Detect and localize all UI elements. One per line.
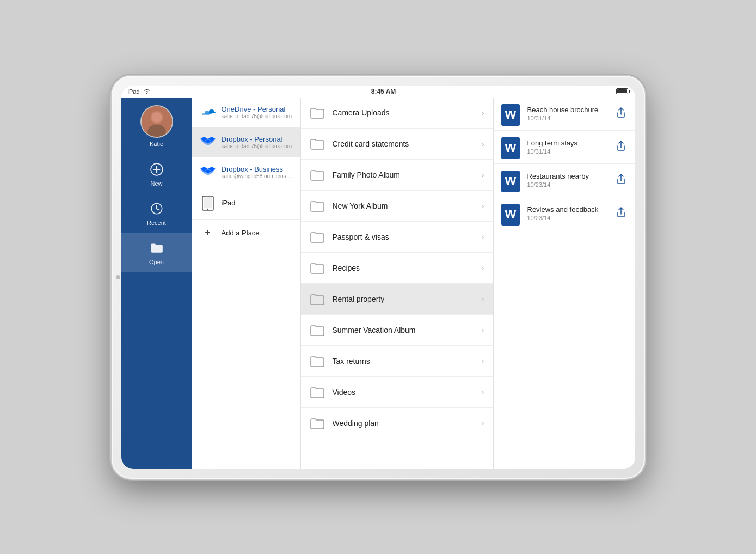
chevron-icon-new-york: › <box>482 202 484 210</box>
chevron-icon-wedding: › <box>482 419 484 428</box>
chevron-icon-family-photo: › <box>482 171 484 179</box>
status-right <box>616 88 628 94</box>
chevron-icon-rental: › <box>482 295 484 303</box>
dropbox-business-email: katiej@wingtip58.onmicrosoft.com <box>222 173 293 179</box>
dropbox-personal-name: Dropbox - Personal <box>222 135 293 143</box>
folder-name-rental: Rental property <box>333 295 482 303</box>
folder-item-summer-vacation[interactable]: Summer Vacation Album › <box>301 315 493 346</box>
chevron-icon-camera-uploads: › <box>482 108 484 117</box>
storage-item-onedrive-personal[interactable]: OneDrive - Personal katie.jordan.75@outl… <box>192 98 300 127</box>
file-date-reviews: 10/23/14 <box>527 215 614 221</box>
folder-item-tax-returns[interactable]: Tax returns › <box>301 346 493 377</box>
file-info-restaurants: Restaurants nearby 10/23/14 <box>527 172 614 188</box>
folder-icon-rental <box>310 291 325 307</box>
sidebar-item-recent[interactable]: Recent <box>121 193 192 233</box>
recent-icon <box>148 200 165 217</box>
device-name-label: iPad <box>128 88 140 95</box>
svg-point-22 <box>207 208 208 209</box>
word-icon-beach: W <box>501 104 521 124</box>
file-name-restaurants: Restaurants nearby <box>527 172 614 180</box>
folder-icon-videos <box>310 385 325 400</box>
word-icon-restaurants: W <box>501 171 521 190</box>
recent-label: Recent <box>147 220 166 226</box>
file-info-beach: Beach house brochure 10/31/14 <box>527 106 614 121</box>
file-item-longterm[interactable]: W Long term stays 10/31/14 <box>494 131 635 164</box>
svg-point-3 <box>151 112 162 123</box>
status-time: 8:45 AM <box>371 88 396 95</box>
onedrive-icon <box>200 104 216 120</box>
ipad-device-icon <box>200 195 216 211</box>
file-name-beach: Beach house brochure <box>527 106 614 114</box>
folder-name-new-york: New York Album <box>333 202 482 210</box>
file-date-longterm: 10/31/14 <box>527 148 614 155</box>
share-button-reviews[interactable] <box>614 205 628 222</box>
word-icon-reviews: W <box>501 204 521 223</box>
folder-icon-passport <box>310 229 325 245</box>
file-name-reviews: Reviews and feedback <box>527 205 614 214</box>
ipad-storage-name: iPad <box>222 199 236 207</box>
file-date-restaurants: 10/23/14 <box>527 181 614 188</box>
folder-name-videos: Videos <box>333 388 482 397</box>
file-name-longterm: Long term stays <box>527 139 614 147</box>
file-info-reviews: Reviews and feedback 10/23/14 <box>527 205 614 221</box>
folder-icon-camera-uploads <box>310 105 325 120</box>
share-button-beach[interactable] <box>614 105 628 123</box>
add-place-item[interactable]: + Add a Place <box>192 220 300 246</box>
sidebar-item-open[interactable]: Open <box>121 233 192 272</box>
folder-name-family-photo: Family Photo Album <box>333 171 482 179</box>
battery-icon <box>616 88 628 94</box>
files-list: W Beach house brochure 10/31/14 <box>494 98 635 469</box>
folder-name-recipes: Recipes <box>333 264 482 272</box>
dropbox-personal-info: Dropbox - Personal katie.jordan.75@outlo… <box>222 135 293 149</box>
folder-item-new-york[interactable]: New York Album › <box>301 191 493 222</box>
sidebar: Katie New <box>121 98 192 469</box>
add-place-label: Add a Place <box>222 229 260 237</box>
svg-text:W: W <box>505 208 516 221</box>
storage-item-dropbox-personal[interactable]: Dropbox - Personal katie.jordan.75@outlo… <box>192 127 300 157</box>
sidebar-item-new[interactable]: New <box>121 154 192 193</box>
folder-icon-summer-vacation <box>310 322 325 338</box>
svg-text:W: W <box>505 141 516 155</box>
storage-item-dropbox-business[interactable]: Dropbox - Business katiej@wingtip58.onmi… <box>192 157 300 187</box>
folder-item-recipes[interactable]: Recipes › <box>301 253 493 284</box>
folder-icon-credit-card <box>310 136 325 151</box>
folder-icon-family-photo <box>310 167 325 182</box>
folder-item-family-photo[interactable]: Family Photo Album › <box>301 160 493 191</box>
avatar[interactable] <box>140 105 173 138</box>
storage-item-ipad[interactable]: iPad <box>192 187 300 220</box>
folder-name-camera-uploads: Camera Uploads <box>333 108 482 117</box>
file-item-restaurants[interactable]: W Restaurants nearby 10/23/14 <box>494 164 635 197</box>
new-icon <box>148 161 165 178</box>
folder-item-credit-card[interactable]: Credit card statements › <box>301 129 493 160</box>
folder-item-passport[interactable]: Passport & visas › <box>301 222 493 253</box>
dropbox-business-info: Dropbox - Business katiej@wingtip58.onmi… <box>222 165 293 179</box>
file-item-beach[interactable]: W Beach house brochure 10/31/14 <box>494 98 635 131</box>
file-date-beach: 10/31/14 <box>527 115 614 121</box>
onedrive-personal-email: katie.jordan.75@outlook.com <box>222 113 293 119</box>
app-container: Katie New <box>121 98 635 469</box>
folder-icon-tax-returns <box>310 354 325 369</box>
chevron-icon-videos: › <box>482 388 484 397</box>
avatar-image <box>142 106 172 137</box>
share-button-longterm[interactable] <box>614 138 628 156</box>
wifi-icon <box>143 88 151 94</box>
chevron-icon-recipes: › <box>482 264 484 272</box>
folder-icon-wedding <box>310 416 325 431</box>
folder-name-wedding: Wedding plan <box>333 419 482 428</box>
home-button[interactable] <box>116 275 120 279</box>
chevron-icon-summer-vacation: › <box>482 326 484 334</box>
dropbox-business-name: Dropbox - Business <box>222 165 293 173</box>
chevron-icon-passport: › <box>482 233 484 241</box>
folder-item-rental[interactable]: Rental property › <box>301 284 493 315</box>
onedrive-personal-info: OneDrive - Personal katie.jordan.75@outl… <box>222 105 293 119</box>
file-item-reviews[interactable]: W Reviews and feedback 10/23/14 <box>494 197 635 230</box>
folder-name-credit-card: Credit card statements <box>333 139 482 148</box>
folder-item-videos[interactable]: Videos › <box>301 377 493 408</box>
svg-text:W: W <box>505 174 516 188</box>
dropbox-personal-icon <box>200 134 216 150</box>
share-button-restaurants[interactable] <box>614 172 628 189</box>
dropbox-business-icon <box>200 164 216 180</box>
folder-item-wedding[interactable]: Wedding plan › <box>301 408 493 439</box>
folder-item-camera-uploads[interactable]: Camera Uploads › <box>301 98 493 129</box>
file-info-longterm: Long term stays 10/31/14 <box>527 139 614 155</box>
